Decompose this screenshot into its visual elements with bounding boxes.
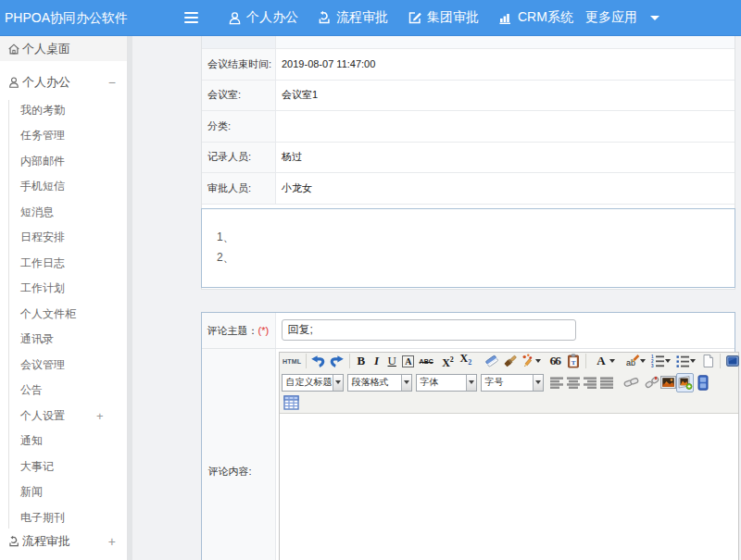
select-arrow-icon[interactable] [533, 375, 543, 391]
quick-format-icon[interactable] [521, 352, 543, 370]
select-arrow-icon[interactable] [333, 375, 343, 391]
menu-toggle-icon[interactable] [184, 12, 198, 24]
sidebar-item-attendance[interactable]: 我的考勤 [0, 98, 127, 124]
paste-plain-icon[interactable]: T [565, 352, 582, 370]
bold-icon[interactable]: B [354, 352, 369, 370]
row-label: 审批人员: [202, 173, 276, 204]
sidebar-item-sms[interactable]: 手机短信 [0, 174, 127, 200]
sidebar-group-personal-office[interactable]: 个人办公 − [0, 69, 127, 94]
sidebar-item-news[interactable]: 新闻 [0, 479, 127, 505]
row-value [276, 111, 735, 142]
caret-down-icon [650, 16, 659, 20]
undo-icon[interactable] [310, 352, 327, 370]
italic-icon[interactable]: I [370, 352, 383, 370]
align-left-icon[interactable] [549, 373, 564, 392]
nav-personal-office[interactable]: 个人办公 [228, 0, 298, 35]
app-window: PHPOA协同办公软件 个人办公 流程审批 集团审批 CRM系统 [0, 0, 741, 560]
content-line: 2、 [217, 247, 735, 268]
sidebar-item-personal-settings[interactable]: 个人设置+ [0, 404, 127, 429]
collapse-icon[interactable]: − [108, 75, 116, 90]
paragraph-format-select[interactable]: 段落格式 [347, 374, 412, 392]
sidebar-item-desktop[interactable]: 个人桌面 [0, 36, 127, 61]
eraser-icon[interactable] [484, 352, 500, 370]
highlight-icon[interactable]: ab [624, 352, 648, 370]
align-center-icon[interactable] [566, 373, 581, 392]
sidebar-item-e-journal[interactable]: 电子期刊 [0, 505, 127, 531]
sidebar-item-meetings[interactable]: 会议管理 [0, 353, 127, 379]
caret-down-icon [640, 359, 646, 363]
format-brush-icon[interactable] [502, 352, 519, 370]
caret-down-icon [335, 380, 341, 384]
unordered-list-icon[interactable] [674, 352, 697, 370]
strikethrough-icon[interactable]: ABC [418, 352, 435, 370]
sidebar-item-events[interactable]: 大事记 [0, 454, 127, 480]
caret-down-icon [404, 380, 409, 384]
font-color-icon[interactable]: A [596, 352, 618, 370]
sidebar-item-work-plan[interactable]: 工作计划 [0, 276, 127, 302]
nav-label: CRM系统 [518, 9, 573, 26]
heading-select[interactable]: 自定义标题 [282, 374, 344, 392]
redo-icon[interactable] [329, 352, 345, 370]
expand-icon[interactable]: + [96, 409, 104, 423]
nav-crm-system[interactable]: CRM系统 [498, 0, 573, 35]
toolbar-separator [585, 354, 586, 368]
sidebar-group-label: 流程审批 [22, 533, 70, 550]
align-right-icon[interactable] [583, 373, 597, 392]
sidebar: 个人桌面 个人办公 − 我的考勤 任务管理 内部邮件 手机短信 短消息 日程安排… [0, 36, 128, 560]
font-size-select[interactable]: 字号 [481, 374, 544, 392]
sidebar-item-announcements[interactable]: 公告 [0, 378, 127, 404]
justify-icon[interactable] [599, 373, 614, 392]
unlink-icon[interactable] [643, 373, 661, 392]
sidebar-item-tasks[interactable]: 任务管理 [0, 123, 127, 149]
image-icon[interactable] [660, 373, 677, 392]
nav-label: 更多应用 [585, 9, 637, 26]
sidebar-item-messages[interactable]: 短消息 [0, 200, 127, 226]
html-source-button[interactable]: HTML [283, 352, 302, 370]
editor-content-area[interactable] [280, 414, 738, 558]
table-icon[interactable] [283, 393, 301, 412]
sidebar-item-file-cabinet[interactable]: 个人文件柜 [0, 302, 127, 328]
fullscreen-icon[interactable] [724, 352, 741, 370]
select-arrow-icon[interactable] [401, 375, 411, 391]
table-row-meeting-room: 会议室: 会议室1 [202, 81, 735, 112]
font-family-select[interactable]: 字体 [416, 374, 477, 392]
sidebar-item-notices[interactable]: 通知 [0, 429, 127, 454]
ordered-list-icon[interactable]: 123 [649, 352, 672, 370]
nav-group-approval[interactable]: 集团审批 [408, 0, 479, 35]
toolbar-separator [349, 354, 350, 368]
content-line: 1、 [217, 227, 735, 247]
media-icon[interactable] [696, 373, 710, 392]
toolbar-separator [306, 354, 307, 368]
superscript-icon[interactable]: X2 [440, 352, 456, 370]
sidebar-item-schedule[interactable]: 日程安排 [0, 225, 127, 251]
home-icon [7, 43, 20, 56]
row-value: 会议室1 [276, 81, 735, 111]
link-icon[interactable] [622, 373, 641, 392]
subscript-icon[interactable]: X2 [458, 352, 473, 370]
svg-text:3: 3 [651, 364, 654, 368]
sidebar-group-workflow[interactable]: 流程审批 + [0, 529, 127, 554]
sidebar-item-mail[interactable]: 内部邮件 [0, 149, 127, 175]
toolbar-separator [720, 354, 721, 368]
new-page-icon[interactable] [699, 352, 716, 370]
row-label: 评论主题：(*) [202, 313, 276, 348]
font-box-icon[interactable]: A [401, 352, 416, 370]
caret-down-icon [690, 359, 696, 363]
blockquote-icon[interactable]: 66 [546, 352, 562, 370]
caret-down-icon [665, 359, 671, 363]
comment-subject-input[interactable] [282, 319, 576, 341]
table-row-approver: 审批人员: 小龙女 [202, 173, 735, 205]
sidebar-item-work-log[interactable]: 工作日志 [0, 251, 127, 277]
expand-icon[interactable]: + [108, 534, 116, 549]
svg-text:T: T [571, 359, 576, 367]
user-icon [228, 11, 242, 25]
row-value: 杨过 [276, 143, 735, 173]
sidebar-item-contacts[interactable]: 通讯录 [0, 327, 127, 353]
multi-image-icon[interactable] [676, 373, 694, 392]
select-arrow-icon[interactable] [466, 375, 476, 391]
sidebar-submenu: 我的考勤 任务管理 内部邮件 手机短信 短消息 日程安排 工作日志 工作计划 个… [0, 98, 127, 531]
nav-workflow-approval[interactable]: 流程审批 [317, 0, 388, 35]
underline-icon[interactable]: U [384, 352, 399, 370]
sidebar-item-label: 个人桌面 [22, 41, 70, 57]
nav-more-apps[interactable]: 更多应用 [585, 0, 659, 35]
